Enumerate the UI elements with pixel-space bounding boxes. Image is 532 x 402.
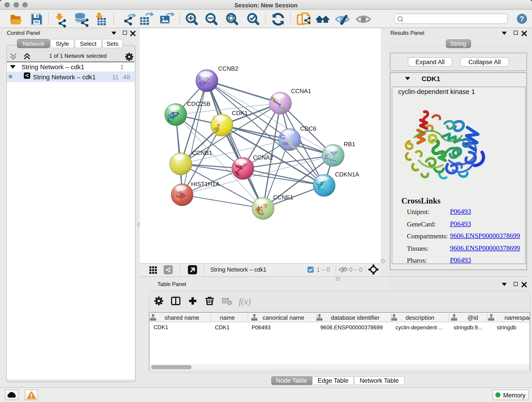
- svg-text:CCNE1: CCNE1: [273, 194, 293, 201]
- svg-text:9606.ENSP00000378699: 9606.ENSP00000378699: [320, 324, 383, 331]
- svg-text:description: description: [405, 314, 434, 321]
- svg-text:database identifier: database identifier: [331, 314, 380, 321]
- svg-text:shared name: shared name: [165, 314, 199, 321]
- svg-text:CDK1: CDK1: [232, 109, 248, 116]
- svg-text:RB1: RB1: [344, 141, 355, 148]
- svg-text:HIST1H1A: HIST1H1A: [191, 181, 220, 187]
- svg-text:String Network – cdk1: String Network – cdk1: [210, 266, 266, 273]
- svg-text:name: name: [220, 314, 235, 321]
- svg-text:CCNB1: CCNB1: [192, 149, 212, 156]
- svg-text:CCNB2: CCNB2: [218, 65, 238, 72]
- svg-text:canonical name: canonical name: [263, 314, 304, 321]
- svg-text:stringdb:9...: stringdb:9...: [454, 324, 482, 331]
- svg-text:0 – 0: 0 – 0: [349, 266, 362, 273]
- svg-text:namespace: namespace: [505, 314, 530, 321]
- svg-text:CDC6: CDC6: [300, 125, 317, 132]
- svg-text:CDC25B: CDC25B: [187, 100, 210, 107]
- svg-text:cyclin-dependent ...: cyclin-dependent ...: [395, 324, 443, 331]
- svg-text:CDK1: CDK1: [215, 324, 230, 331]
- svg-text:CCNA2: CCNA2: [253, 154, 273, 161]
- svg-text:1 – 0: 1 – 0: [317, 266, 330, 273]
- svg-text:?: ?: [520, 15, 524, 23]
- svg-text:f(x): f(x): [239, 297, 251, 306]
- svg-text:@id: @id: [467, 314, 478, 321]
- svg-text:CCNA1: CCNA1: [291, 88, 311, 95]
- svg-text:stringdb: stringdb: [497, 324, 516, 331]
- svg-text:P06493: P06493: [252, 324, 271, 331]
- svg-text:CDKN1A: CDKN1A: [335, 171, 359, 178]
- svg-text:CDK1: CDK1: [153, 324, 168, 330]
